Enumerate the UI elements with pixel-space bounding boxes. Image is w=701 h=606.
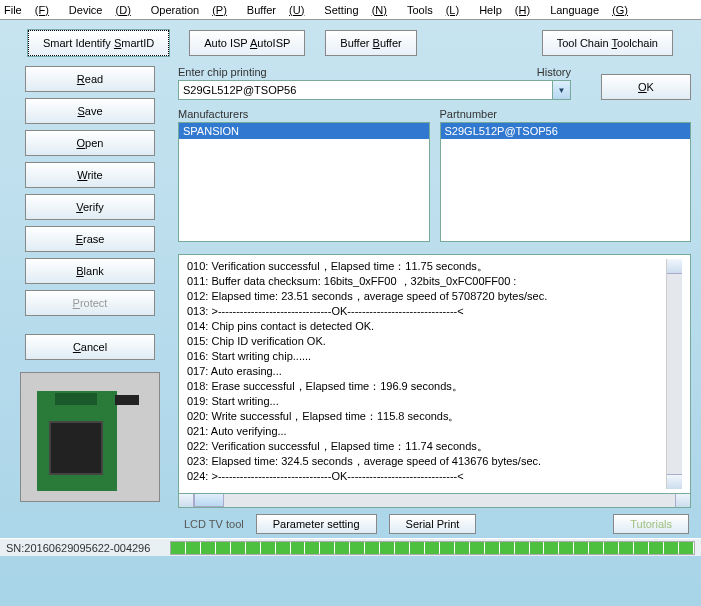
log-line: 021: Auto verifying... xyxy=(187,424,666,439)
blank-button[interactable]: Blank xyxy=(25,258,155,284)
auto-isp-button[interactable]: Auto ISP AutoISP xyxy=(189,30,305,56)
manufacturers-label: Manufacturers xyxy=(178,108,430,120)
smart-identify-button[interactable]: Smart Identify SmartID xyxy=(28,30,169,56)
log-line: 022: Verification successful，Elapsed tim… xyxy=(187,439,666,454)
log-output: 010: Verification successful，Elapsed tim… xyxy=(178,254,691,494)
write-button[interactable]: Write xyxy=(25,162,155,188)
enter-chip-label: Enter chip printing xyxy=(178,66,267,78)
menu-file[interactable]: File (F) xyxy=(4,4,59,16)
menu-buffer[interactable]: Buffer (U) xyxy=(247,4,315,16)
log-line: 018: Erase successful，Elapsed time：196.9… xyxy=(187,379,666,394)
menu-operation[interactable]: Operation (P) xyxy=(151,4,237,16)
log-line: 011: Buffer data checksum: 16bits_0xFF00… xyxy=(187,274,666,289)
log-line: 012: Elapsed time: 23.51 seconds，average… xyxy=(187,289,666,304)
read-button[interactable]: Read xyxy=(25,66,155,92)
sidebar: Read Save Open Write Verify Erase Blank … xyxy=(10,66,170,508)
lcdtv-label: LCD TV tool xyxy=(184,518,244,530)
list-item[interactable]: SPANSION xyxy=(179,123,429,139)
log-line: 024: >-------------------------------OK-… xyxy=(187,469,666,484)
serial-print-button[interactable]: Serial Print xyxy=(389,514,477,534)
save-button[interactable]: Save xyxy=(25,98,155,124)
top-button-row: Smart Identify SmartID Auto ISP AutoISP … xyxy=(0,20,701,66)
log-line: 015: Chip ID verification OK. xyxy=(187,334,666,349)
history-label: History xyxy=(537,66,571,78)
menu-language[interactable]: Language (G) xyxy=(550,4,638,16)
verify-button[interactable]: Verify xyxy=(25,194,155,220)
log-line: 023: Elapsed time: 324.5 seconds，average… xyxy=(187,454,666,469)
menu-setting[interactable]: Setting (N) xyxy=(324,4,397,16)
vertical-scrollbar[interactable] xyxy=(666,259,682,489)
scroll-right-icon[interactable] xyxy=(675,493,690,507)
manufacturers-list[interactable]: SPANSION xyxy=(178,122,430,242)
bottom-bar: LCD TV tool Parameter setting Serial Pri… xyxy=(0,510,701,538)
protect-button: Protect xyxy=(25,290,155,316)
serial-number: SN:20160629095622-004296 xyxy=(0,542,170,554)
scroll-thumb[interactable] xyxy=(194,493,224,507)
chip-input[interactable] xyxy=(178,80,553,100)
menu-tools[interactable]: Tools (L) xyxy=(407,4,469,16)
toolchain-button[interactable]: Tool Chain Toolchain xyxy=(542,30,673,56)
chip-combo[interactable]: ▼ xyxy=(178,80,571,100)
menu-bar: File (F) Device (D) Operation (P) Buffer… xyxy=(0,0,701,20)
log-line: 019: Start writing... xyxy=(187,394,666,409)
log-line: 013: >-------------------------------OK-… xyxy=(187,304,666,319)
horizontal-scrollbar[interactable] xyxy=(178,493,691,508)
open-button[interactable]: Open xyxy=(25,130,155,156)
log-line: 014: Chip pins contact is detected OK. xyxy=(187,319,666,334)
chevron-down-icon[interactable]: ▼ xyxy=(553,80,571,100)
log-line: 017: Auto erasing... xyxy=(187,364,666,379)
menu-help[interactable]: Help (H) xyxy=(479,4,540,16)
scroll-left-icon[interactable] xyxy=(179,493,194,507)
status-bar: SN:20160629095622-004296 xyxy=(0,538,701,556)
cancel-button[interactable]: Cancel xyxy=(25,334,155,360)
progress-bar xyxy=(170,541,695,555)
tutorials-button[interactable]: Tutorials xyxy=(613,514,689,534)
erase-button[interactable]: Erase xyxy=(25,226,155,252)
partnumber-list[interactable]: S29GL512P@TSOP56 xyxy=(440,122,692,242)
list-item[interactable]: S29GL512P@TSOP56 xyxy=(441,123,691,139)
partnumber-label: Partnumber xyxy=(440,108,692,120)
parameter-setting-button[interactable]: Parameter setting xyxy=(256,514,377,534)
menu-device[interactable]: Device (D) xyxy=(69,4,141,16)
ok-button[interactable]: OK xyxy=(601,74,691,100)
log-line: 020: Write successful，Elapsed time：115.8… xyxy=(187,409,666,424)
socket-image xyxy=(20,372,160,502)
log-line: 010: Verification successful，Elapsed tim… xyxy=(187,259,666,274)
buffer-button[interactable]: Buffer Buffer xyxy=(325,30,416,56)
log-line: 016: Start writing chip...... xyxy=(187,349,666,364)
